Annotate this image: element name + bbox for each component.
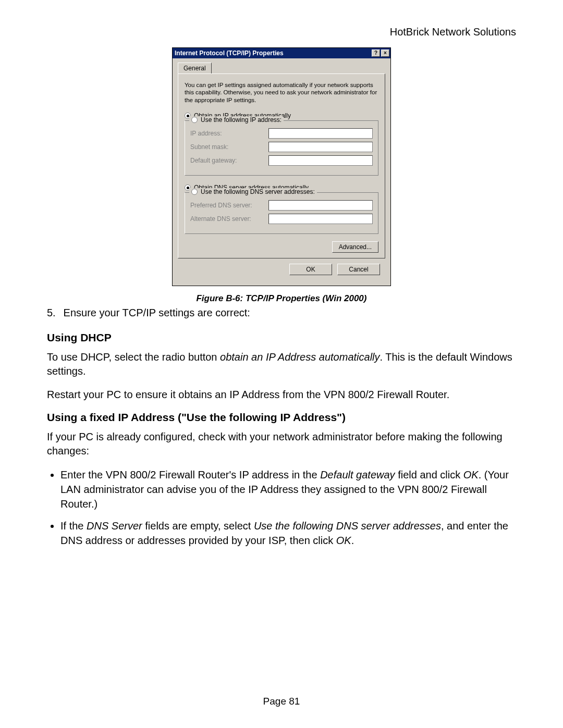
- tab-panel-general: You can get IP settings assigned automat…: [178, 73, 385, 258]
- figure-caption: Figure B-6: TCP/IP Properties (Win 2000): [47, 293, 516, 304]
- step-5-number: 5.: [47, 307, 60, 319]
- dhcp-paragraph-2: Restart your PC to ensure it obtains an …: [47, 388, 516, 402]
- dialog-description: You can get IP settings assigned automat…: [185, 81, 378, 104]
- ip-address-label: IP address:: [190, 130, 268, 137]
- radio-dns-manual-label: Use the following DNS server addresses:: [201, 188, 315, 195]
- radio-ip-manual[interactable]: [191, 117, 198, 123]
- help-button[interactable]: ?: [372, 50, 380, 57]
- dialog-title: Internet Protocol (TCP/IP) Properties: [175, 50, 371, 57]
- preferred-dns-input[interactable]: [268, 200, 373, 211]
- dns-address-group: Use the following DNS server addresses: …: [185, 192, 378, 234]
- fixed-intro: If your PC is already configured, check …: [47, 430, 516, 458]
- alternate-dns-label: Alternate DNS server:: [190, 215, 268, 223]
- step-5-text: Ensure your TCP/IP settings are correct:: [64, 307, 250, 318]
- radio-ip-manual-label: Use the following IP address:: [201, 116, 282, 124]
- bullet-1: Enter the VPN 800/2 Firewall Router's IP…: [60, 467, 516, 511]
- default-gateway-label: Default gateway:: [190, 157, 268, 164]
- tab-general[interactable]: General: [178, 63, 212, 73]
- alternate-dns-input[interactable]: [268, 214, 373, 224]
- subnet-mask-input[interactable]: [268, 142, 373, 152]
- page-header-brand: HotBrick Network Solutions: [47, 26, 516, 38]
- close-button[interactable]: ×: [381, 50, 389, 57]
- heading-fixed-ip: Using a fixed IP Address ("Use the follo…: [47, 411, 516, 424]
- default-gateway-input[interactable]: [268, 155, 373, 166]
- tcpip-properties-dialog: Internet Protocol (TCP/IP) Properties ? …: [172, 47, 391, 286]
- cancel-button[interactable]: Cancel: [337, 264, 380, 275]
- subnet-mask-label: Subnet mask:: [190, 143, 268, 151]
- heading-using-dhcp: Using DHCP: [47, 331, 516, 344]
- ok-button[interactable]: OK: [289, 264, 332, 275]
- dhcp-paragraph-1: To use DHCP, select the radio button obt…: [47, 350, 516, 378]
- ip-address-input[interactable]: [268, 128, 373, 139]
- fixed-ip-bullets: Enter the VPN 800/2 Firewall Router's IP…: [60, 467, 516, 548]
- ip-address-group: Use the following IP address: IP address…: [185, 120, 378, 176]
- dialog-titlebar: Internet Protocol (TCP/IP) Properties ? …: [173, 48, 390, 58]
- step-5: 5. Ensure your TCP/IP settings are corre…: [47, 307, 516, 319]
- page-number: Page 81: [0, 696, 563, 707]
- bullet-2: If the DNS Server fields are empty, sele…: [60, 519, 516, 548]
- preferred-dns-label: Preferred DNS server:: [190, 202, 268, 209]
- advanced-button[interactable]: Advanced...: [332, 241, 378, 253]
- radio-dns-manual[interactable]: [191, 189, 198, 195]
